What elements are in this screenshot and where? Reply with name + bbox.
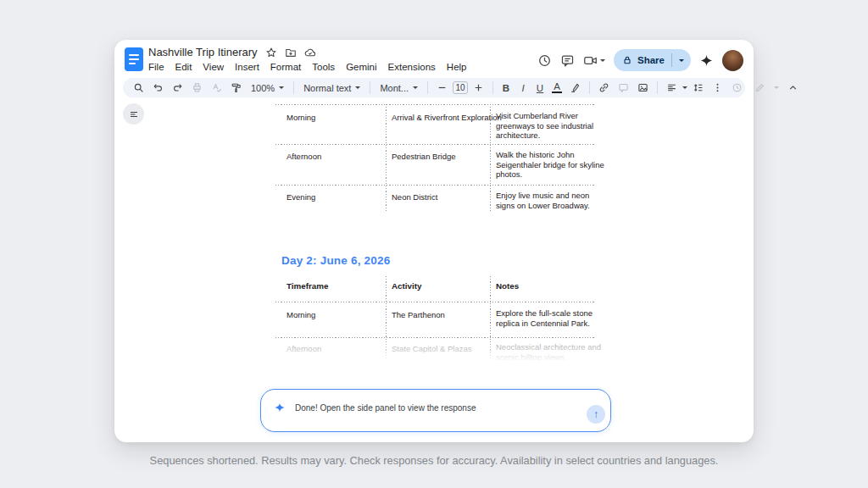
divider [492, 81, 493, 94]
submit-arrow-button[interactable]: ↑ [587, 405, 605, 424]
table-border [275, 104, 595, 105]
cloud-status-icon[interactable] [304, 47, 316, 58]
table-cell[interactable]: Morning [287, 310, 315, 320]
video-call-icon [583, 53, 598, 68]
italic-button[interactable]: I [515, 83, 531, 93]
increase-font-size-icon[interactable] [470, 80, 487, 96]
table-header-cell[interactable]: Timeframe [287, 281, 328, 291]
menu-view[interactable]: View [203, 62, 224, 72]
table-cell[interactable]: Neoclassical architecture and scenic hil… [496, 342, 601, 362]
highlight-color-icon[interactable] [566, 80, 584, 96]
menu-gemini[interactable]: Gemini [346, 62, 376, 72]
table-cell[interactable]: Afternoon [287, 344, 321, 354]
font-size-input[interactable]: 10 [453, 81, 468, 94]
chevron-down-icon [279, 86, 284, 92]
table-cell[interactable]: Explore the full-scale stone replica in … [496, 308, 593, 328]
chevron-down-icon[interactable] [774, 86, 779, 92]
menu-extensions[interactable]: Extensions [388, 62, 436, 72]
add-comment-icon[interactable] [615, 80, 632, 96]
chevron-down-icon[interactable] [682, 86, 687, 92]
divider [427, 81, 428, 94]
google-docs-window: Nashville Trip Itinerary File Edit View … [114, 40, 754, 442]
menu-file[interactable]: File [148, 62, 164, 72]
insert-link-icon[interactable] [595, 80, 613, 96]
editing-mode-pencil-icon[interactable] [751, 80, 769, 96]
pageless-view-icon[interactable] [728, 80, 746, 96]
table-border [386, 276, 387, 358]
text-color-button[interactable]: A [552, 82, 562, 93]
paragraph-style-value: Normal text [303, 83, 351, 93]
divider [293, 81, 294, 94]
account-avatar[interactable] [722, 50, 743, 71]
font-family-select[interactable]: Mont... [376, 83, 422, 93]
disclaimer-text: Sequences shortened. Results may vary. C… [0, 454, 868, 467]
table-cell[interactable]: The Parthenon [392, 310, 445, 320]
menu-insert[interactable]: Insert [235, 62, 259, 72]
move-folder-icon[interactable] [285, 47, 297, 58]
table-cell[interactable]: Arrival & Riverfront Exploration [392, 113, 502, 123]
table-cell[interactable]: Pedestrian Bridge [392, 152, 456, 162]
table-cell[interactable]: Morning [287, 113, 315, 123]
document-outline-button[interactable] [123, 103, 144, 125]
menu-bar: File Edit View Insert Format Tools Gemin… [148, 62, 466, 72]
menu-edit[interactable]: Edit [175, 62, 192, 72]
star-icon[interactable] [265, 47, 277, 58]
share-options-chevron-icon[interactable] [679, 59, 684, 64]
table-header-cell[interactable]: Activity [392, 281, 421, 291]
divider [671, 53, 672, 67]
chevron-down-icon [600, 59, 605, 64]
paint-format-icon[interactable] [227, 80, 245, 96]
document-title[interactable]: Nashville Trip Itinerary [148, 46, 258, 58]
chevron-down-icon [413, 86, 418, 92]
version-history-icon[interactable] [537, 53, 552, 68]
font-family-value: Mont... [380, 83, 409, 93]
menu-tools[interactable]: Tools [312, 62, 335, 72]
align-left-icon[interactable] [663, 80, 681, 96]
gemini-sparkle-icon[interactable] [699, 53, 714, 68]
zoom-select[interactable]: 100% [247, 83, 288, 93]
insert-image-icon[interactable] [634, 80, 652, 96]
share-button[interactable]: Share [614, 49, 691, 71]
undo-icon[interactable] [149, 80, 167, 96]
join-call-button[interactable] [583, 53, 605, 68]
gemini-prompt-bar[interactable]: Done! Open the side panel to view the re… [260, 389, 611, 432]
divider [370, 81, 370, 94]
table-cell[interactable]: Afternoon [287, 152, 321, 162]
redo-icon[interactable] [169, 80, 186, 96]
table-cell[interactable]: Enjoy live music and neon signs on Lower… [496, 191, 590, 210]
screen-background: Nashville Trip Itinerary File Edit View … [0, 0, 868, 488]
table-border [275, 302, 595, 302]
toolbar: 100% Normal text Mont... 10 B I U A [123, 78, 745, 97]
spellcheck-icon[interactable] [208, 80, 225, 96]
table-cell[interactable]: Visit Cumberland River greenways to see … [496, 111, 593, 141]
table-border [490, 276, 491, 358]
comments-icon[interactable] [560, 53, 575, 68]
table-cell[interactable]: Walk the historic John Seigenthaler brid… [496, 150, 604, 180]
gemini-sparkle-blue-icon [274, 402, 286, 413]
lock-icon [622, 55, 632, 65]
menu-help[interactable]: Help [447, 62, 467, 72]
table-border [275, 144, 595, 145]
search-icon[interactable] [130, 80, 147, 96]
table-cell[interactable]: State Capitol & Plazas [392, 344, 472, 354]
share-button-label: Share [637, 55, 665, 65]
table-header-cell[interactable]: Notes [496, 281, 519, 291]
underline-button[interactable]: U [532, 83, 548, 93]
divider [589, 81, 590, 94]
more-options-icon[interactable] [709, 80, 726, 96]
google-docs-logo-icon[interactable] [125, 47, 143, 71]
menu-format[interactable]: Format [270, 62, 301, 72]
decrease-font-size-icon[interactable] [433, 80, 451, 96]
divider [657, 81, 658, 94]
line-spacing-icon[interactable] [689, 80, 707, 96]
day2-heading[interactable]: Day 2: June 6, 2026 [281, 254, 390, 267]
hide-menus-chevron-up-icon[interactable] [784, 80, 802, 96]
print-icon[interactable] [188, 80, 206, 96]
table-cell[interactable]: Neon District [392, 192, 437, 202]
bold-button[interactable]: B [498, 83, 514, 93]
chevron-down-icon [355, 86, 360, 92]
zoom-value: 100% [251, 83, 275, 93]
table-border [275, 185, 595, 186]
table-cell[interactable]: Evening [287, 192, 315, 202]
paragraph-style-select[interactable]: Normal text [299, 83, 364, 93]
